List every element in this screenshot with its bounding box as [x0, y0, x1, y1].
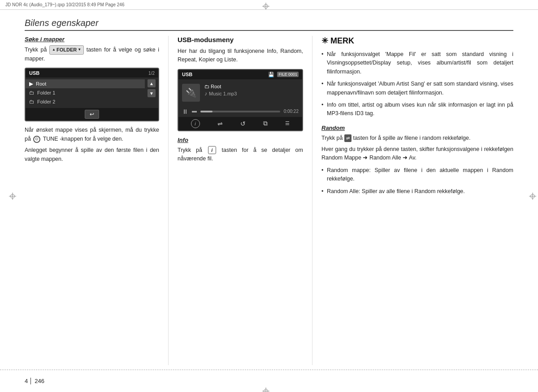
bullet-item: Når funksjonsvalget 'Album Artist Sang' …: [321, 80, 513, 97]
info-icon: i: [208, 146, 216, 154]
repeat-icon[interactable]: ↺: [240, 120, 246, 127]
arrow-up-icon: ▲: [52, 47, 56, 52]
middle-heading: USB-modusmeny: [178, 36, 303, 43]
info-para: Trykk på i tasten for å se detaljer om n…: [178, 146, 303, 164]
track-folder: 🗀 Root: [204, 84, 299, 89]
list-item[interactable]: ▶ Root: [26, 79, 145, 88]
col-left: Søke i mapper Trykk på ▲ FOLDER ▼ tasten…: [25, 36, 168, 365]
file-badge: FILE 0001: [277, 72, 299, 77]
progress-fill: [200, 111, 213, 112]
list-icon[interactable]: ☰: [285, 121, 290, 126]
usb-screen-footer-left: ↩: [26, 108, 158, 121]
bullet-item: Når funksjonsvalget 'Mappe Fil' er satt …: [321, 50, 513, 76]
header-text: JD NOR 4c (Audio_179~).qxp 10/2/2015 8:4…: [5, 2, 124, 7]
left-heading: Søke i mapper: [25, 36, 159, 43]
merk-heading: ✳ MERK: [321, 36, 513, 46]
folder-icon: 🗀: [29, 99, 35, 105]
tune-button[interactable]: ⊙: [33, 136, 40, 143]
music-note-icon: ♪: [204, 90, 207, 97]
usb-controls-bar: i ⇌ ↺ ⧉ ☰: [178, 117, 302, 130]
random-icon: ⇌: [344, 134, 351, 142]
usb-screen-body-left: ▲ ▼ ▶ Root 🗀 Folder 1 🗀 Folder 2: [26, 78, 158, 108]
track-file: ♪ Music 1.mp3: [204, 90, 299, 97]
progress-bar: [200, 111, 280, 112]
left-para3: Anlegget begynner å spille av den første…: [25, 146, 159, 164]
arrow-down-icon: ▼: [78, 47, 81, 52]
page-num-left: 4: [25, 378, 31, 384]
left-para2: Når ønsket mappe vises på skjermen, må d…: [25, 126, 159, 143]
title-underline: [25, 30, 513, 31]
random-heading: Random: [321, 125, 513, 131]
random-para2: Hver gang du trykker på denne tasten, sk…: [321, 145, 513, 163]
progress-controls: ⏸ ▬: [182, 108, 197, 115]
folder-button[interactable]: ▲ FOLDER ▼: [49, 45, 84, 55]
bar-icon: ▬: [192, 108, 197, 115]
usb-large-header: USB 💾 FILE 0001: [178, 70, 302, 79]
usb-thumb: 🔌: [182, 84, 200, 102]
page-title-section: Bilens egenskaper: [25, 18, 513, 31]
shuffle-icon[interactable]: ⇌: [217, 120, 223, 127]
info-heading: Info: [178, 137, 303, 143]
usb-counter-left: 1/2: [148, 71, 155, 76]
list-item[interactable]: 🗀 Folder 1: [26, 88, 145, 97]
random-bullets: Random mappe: Spiller av filene i den ak…: [321, 166, 513, 196]
copy-icon[interactable]: ⧉: [263, 120, 268, 127]
usb-large-body: 🔌 🗀 Root ♪ Music 1.mp3: [178, 79, 302, 106]
track-info: 🗀 Root ♪ Music 1.mp3: [204, 84, 299, 97]
progress-area: ⏸ ▬ 0:00:22: [178, 106, 302, 117]
col-middle: USB-modusmeny Her har du tilgang til fun…: [169, 36, 312, 365]
file-info: 💾 FILE 0001: [268, 72, 299, 78]
page-number: 4 246: [25, 378, 44, 384]
play-icon: ▶: [29, 81, 33, 87]
usb-device-icon: 🔌: [186, 87, 197, 98]
info-section: Info Trykk på i tasten for å se detaljer…: [178, 137, 303, 164]
middle-para1: Her har du tilgang til funksjonene Info,…: [178, 47, 303, 65]
random-section: Random Trykk på ⇌ tasten for å spille av…: [321, 125, 513, 196]
time-display: 0:00:22: [284, 109, 299, 114]
folder-icon: 🗀: [29, 90, 35, 96]
bullet-item: Random Alle: Spiller av alle filene i Ra…: [321, 187, 513, 196]
random-para1: Trykk på ⇌ tasten for å spille av filene…: [321, 134, 513, 142]
usb-screen-header-left: USB 1/2: [26, 69, 158, 78]
pause-button[interactable]: ⏸: [182, 108, 188, 115]
usb-label-middle: USB: [182, 72, 192, 77]
bullet-item: Random mappe: Spiller av filene i den ak…: [321, 166, 513, 184]
list-item[interactable]: 🗀 Folder 2: [26, 97, 145, 106]
left-para1: Trykk på ▲ FOLDER ▼ tasten for å velge o…: [25, 45, 159, 63]
content-area: Søke i mapper Trykk på ▲ FOLDER ▼ tasten…: [25, 36, 513, 365]
scroll-down-button[interactable]: ▼: [148, 89, 156, 97]
usb-screen-left: USB 1/2 ▲ ▼ ▶ Root 🗀 Folder 1 🗀 Folder 2: [25, 68, 159, 121]
merk-bullets: Når funksjonsvalget 'Mappe Fil' er satt …: [321, 50, 513, 118]
usb-label-left: USB: [29, 70, 39, 76]
page-title: Bilens egenskaper: [25, 18, 513, 28]
page-num-right: 246: [35, 378, 44, 384]
info-button[interactable]: i: [191, 119, 200, 128]
folder-icon: 🗀: [204, 84, 209, 89]
scroll-up-button[interactable]: ▲: [148, 79, 156, 87]
bullet-item: Info om tittel, artist og album vises ku…: [321, 101, 513, 118]
back-button[interactable]: ↩: [85, 110, 99, 119]
col-right: ✳ MERK Når funksjonsvalget 'Mappe Fil' e…: [312, 36, 513, 365]
usb-screen-middle: USB 💾 FILE 0001 🔌 🗀 Root ♪: [178, 69, 303, 131]
